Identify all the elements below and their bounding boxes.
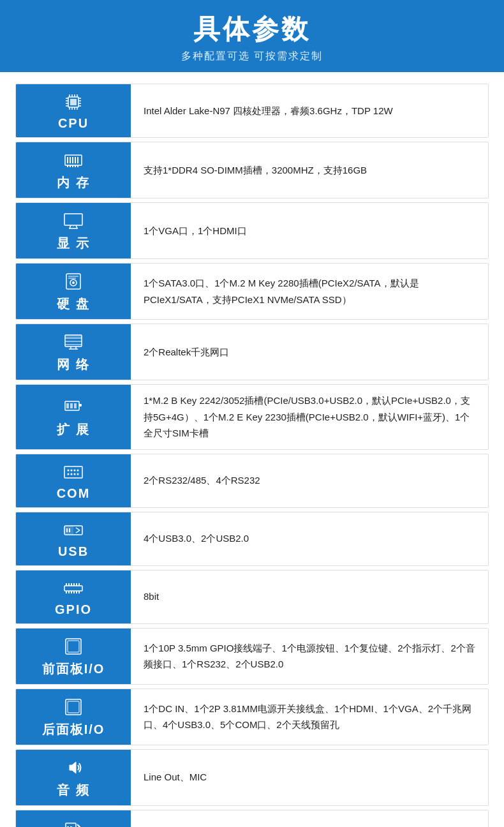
- svg-rect-1: [70, 99, 77, 105]
- mem-icon: [62, 149, 85, 172]
- spec-row-network: 网 络2个Realtek千兆网口: [15, 324, 489, 380]
- svg-rect-81: [68, 641, 79, 652]
- spec-label-disk: 硬 盘: [16, 264, 131, 319]
- svg-rect-52: [64, 466, 82, 478]
- spec-value-gpio: 8bit: [131, 570, 488, 623]
- header: 具体参数 多种配置可选 可按需求定制: [0, 0, 504, 72]
- svg-line-66: [76, 530, 80, 533]
- svg-point-33: [73, 226, 74, 227]
- svg-point-60: [77, 473, 79, 475]
- cpu-icon: [62, 91, 85, 114]
- usb-icon: [62, 519, 85, 542]
- svg-point-55: [74, 469, 76, 471]
- svg-rect-40: [65, 335, 82, 338]
- svg-point-57: [68, 473, 70, 475]
- com-icon: [62, 461, 85, 484]
- spec-row-gpio: GPIO8bit: [15, 570, 489, 624]
- spec-name-display: 显 示: [57, 235, 90, 252]
- spec-row-disk: 硬 盘1个SATA3.0口、1个M.2 M Key 2280插槽(PCIeX2/…: [15, 263, 489, 320]
- spec-label-usb: USB: [16, 512, 131, 565]
- svg-rect-20: [70, 157, 71, 163]
- spec-label-display: 显 示: [16, 203, 131, 258]
- spec-row-memory: 内 存支持1*DDR4 SO-DIMM插槽，3200MHZ，支持16GB: [15, 142, 489, 198]
- spec-label-cpu: CPU: [16, 84, 131, 137]
- spec-row-display: 显 示1个VGA口，1个HDMI口: [15, 202, 489, 259]
- front-icon: [62, 635, 85, 658]
- spec-label-audio: 音 频: [16, 750, 131, 805]
- spec-label-network: 网 络: [16, 324, 131, 380]
- spec-label-expand: 扩 展: [16, 385, 131, 449]
- spec-name-memory: 内 存: [57, 174, 90, 191]
- spec-value-memory: 支持1*DDR4 SO-DIMM插槽，3200MHZ，支持16GB: [131, 142, 488, 198]
- svg-rect-19: [67, 157, 68, 163]
- svg-line-65: [76, 528, 80, 530]
- svg-rect-50: [74, 403, 77, 408]
- spec-name-front-panel: 前面板I/O: [42, 660, 105, 678]
- spec-label-memory: 内 存: [16, 142, 131, 198]
- svg-rect-83: [68, 701, 79, 713]
- spec-value-rear-panel: 1个DC IN、1个2P 3.81MM电源开关接线盒、1个HDMI、1个VGA、…: [131, 689, 488, 745]
- display-icon: [62, 209, 85, 232]
- svg-point-59: [74, 473, 76, 475]
- svg-rect-21: [72, 157, 73, 163]
- disk-icon: [62, 270, 85, 293]
- svg-point-56: [77, 469, 79, 471]
- spec-row-power: 电 源DC IN 12V电源输入口，凤凰端子口: [15, 810, 489, 828]
- spec-value-display: 1个VGA口，1个HDMI口: [131, 203, 488, 258]
- spec-value-expand: 1*M.2 B Key 2242/3052插槽(PCIe/USB3.0+USB2…: [131, 385, 488, 449]
- spec-label-com: COM: [16, 454, 131, 507]
- spec-name-rear-panel: 后面板I/O: [42, 721, 105, 738]
- svg-point-36: [72, 281, 75, 284]
- spec-name-gpio: GPIO: [55, 602, 92, 617]
- specs-container: CPUIntel Alder Lake-N97 四核处理器，睿频3.6GHz，T…: [0, 72, 504, 827]
- svg-rect-49: [70, 403, 73, 408]
- spec-name-network: 网 络: [57, 356, 90, 373]
- header-title: 具体参数: [0, 11, 504, 47]
- svg-point-54: [71, 469, 73, 471]
- svg-rect-29: [64, 214, 82, 225]
- svg-rect-22: [75, 157, 76, 163]
- svg-rect-51: [79, 404, 82, 406]
- expand-icon: [62, 396, 85, 419]
- svg-rect-67: [64, 586, 82, 591]
- spec-label-gpio: GPIO: [16, 570, 131, 623]
- spec-row-com: COM2个RS232/485、4个RS232: [15, 454, 489, 508]
- page-wrapper: 具体参数 多种配置可选 可按需求定制 CPUIntel Alder Lake-N…: [0, 0, 504, 827]
- spec-value-disk: 1个SATA3.0口、1个M.2 M Key 2280插槽(PCIeX2/SAT…: [131, 264, 488, 319]
- spec-row-expand: 扩 展1*M.2 B Key 2242/3052插槽(PCIe/USB3.0+U…: [15, 384, 489, 450]
- rear-icon: [62, 696, 85, 719]
- header-subtitle: 多种配置可选 可按需求定制: [0, 50, 504, 63]
- svg-rect-48: [66, 403, 69, 408]
- power-icon: [62, 817, 85, 828]
- gpio-icon: [62, 577, 85, 600]
- spec-name-cpu: CPU: [58, 116, 89, 131]
- svg-point-53: [68, 469, 70, 471]
- spec-value-audio: Line Out、MIC: [131, 750, 488, 805]
- spec-row-cpu: CPUIntel Alder Lake-N97 四核处理器，睿频3.6GHz，T…: [15, 84, 489, 138]
- spec-value-cpu: Intel Alder Lake-N97 四核处理器，睿频3.6GHz，TDP …: [131, 84, 488, 137]
- spec-label-rear-panel: 后面板I/O: [16, 689, 131, 745]
- svg-rect-23: [77, 157, 78, 163]
- spec-row-front-panel: 前面板I/O1个10P 3.5mm GPIO接线端子、1个电源按钮、1个复位键、…: [15, 628, 489, 685]
- spec-row-audio: 音 频Line Out、MIC: [15, 749, 489, 806]
- audio-icon: [62, 756, 85, 779]
- spec-name-usb: USB: [58, 544, 89, 559]
- spec-value-front-panel: 1个10P 3.5mm GPIO接线端子、1个电源按钮、1个复位键、2个指示灯、…: [131, 629, 488, 684]
- spec-label-power: 电 源: [16, 810, 131, 828]
- spec-label-front-panel: 前面板I/O: [16, 629, 131, 684]
- spec-name-audio: 音 频: [57, 782, 90, 799]
- spec-name-disk: 硬 盘: [57, 295, 90, 313]
- spec-name-expand: 扩 展: [57, 421, 90, 438]
- spec-value-network: 2个Realtek千兆网口: [131, 324, 488, 380]
- spec-value-com: 2个RS232/485、4个RS232: [131, 454, 488, 507]
- spec-row-rear-panel: 后面板I/O1个DC IN、1个2P 3.81MM电源开关接线盒、1个HDMI、…: [15, 689, 489, 745]
- spec-row-usb: USB4个USB3.0、2个USB2.0: [15, 512, 489, 566]
- spec-name-com: COM: [57, 486, 91, 501]
- network-icon: [62, 331, 85, 354]
- spec-value-usb: 4个USB3.0、2个USB2.0: [131, 512, 488, 565]
- spec-value-power: DC IN 12V电源输入口，凤凰端子口: [131, 810, 488, 828]
- svg-point-58: [71, 473, 73, 475]
